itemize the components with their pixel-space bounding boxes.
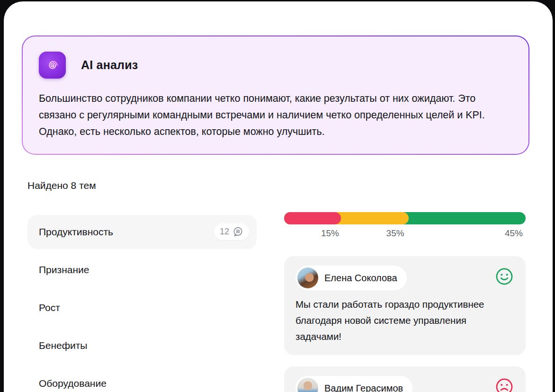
ai-panel-title: AI анализ bbox=[81, 58, 138, 72]
avatar bbox=[297, 378, 318, 392]
author-name: Вадим Герасимов bbox=[324, 383, 403, 392]
theme-item-recognition[interactable]: Признание bbox=[27, 253, 257, 286]
theme-item-growth[interactable]: Рост bbox=[27, 291, 257, 324]
sentiment-distribution-bar bbox=[284, 212, 526, 224]
author-pill: Вадим Герасимов bbox=[295, 376, 412, 392]
comment-card: Вадим Герасимов Замечаю, что наши встреч… bbox=[284, 366, 526, 392]
comment-count-badge: 12 bbox=[214, 223, 249, 240]
comment-card: Елена Соколова Мы стали работать гораздо… bbox=[284, 256, 526, 355]
author-name: Елена Соколова bbox=[324, 273, 397, 284]
ai-analysis-panel: AI анализ Большинство сотрудников компан… bbox=[22, 36, 529, 155]
neutral-percent-label: 35% bbox=[386, 228, 404, 239]
themes-count-header: Найдено 8 тем bbox=[27, 180, 96, 191]
happy-face-icon bbox=[495, 267, 513, 285]
theme-item-productivity[interactable]: Продуктивность 12 bbox=[27, 215, 257, 249]
theme-label: Бенефиты bbox=[39, 340, 87, 351]
sentiment-bar-labels: 15% 35% 45% bbox=[284, 228, 526, 241]
theme-detail-column: 15% 35% 45% Елена Соколова Мы стали рабо… bbox=[284, 212, 526, 392]
ai-spiral-icon bbox=[39, 52, 66, 79]
theme-label: Оборудование bbox=[39, 378, 107, 389]
theme-label: Признание bbox=[39, 264, 89, 276]
ai-analysis-box: AI анализ Большинство сотрудников компан… bbox=[23, 36, 528, 154]
theme-item-benefits[interactable]: Бенефиты bbox=[27, 329, 257, 362]
avatar bbox=[297, 267, 318, 288]
positive-percent-label: 45% bbox=[505, 228, 523, 239]
comment-text: Мы стали работать гораздо продуктивнее б… bbox=[295, 296, 514, 345]
app-window: AI анализ Большинство сотрудников компан… bbox=[4, 1, 553, 392]
theme-label: Продуктивность bbox=[39, 226, 113, 238]
theme-item-equipment[interactable]: Оборудование bbox=[27, 366, 257, 392]
ai-summary-text: Большинство сотрудников компании четко п… bbox=[39, 90, 512, 140]
sad-face-icon bbox=[495, 378, 513, 392]
chat-bubble-icon bbox=[233, 226, 243, 237]
negative-percent-label: 15% bbox=[321, 228, 339, 239]
theme-list: Продуктивность 12 Признание Рост Бенефит… bbox=[27, 215, 257, 392]
author-pill: Елена Соколова bbox=[295, 266, 407, 290]
sentiment-segment-negative bbox=[284, 212, 341, 224]
theme-label: Рост bbox=[39, 302, 60, 313]
comment-count: 12 bbox=[220, 227, 229, 237]
